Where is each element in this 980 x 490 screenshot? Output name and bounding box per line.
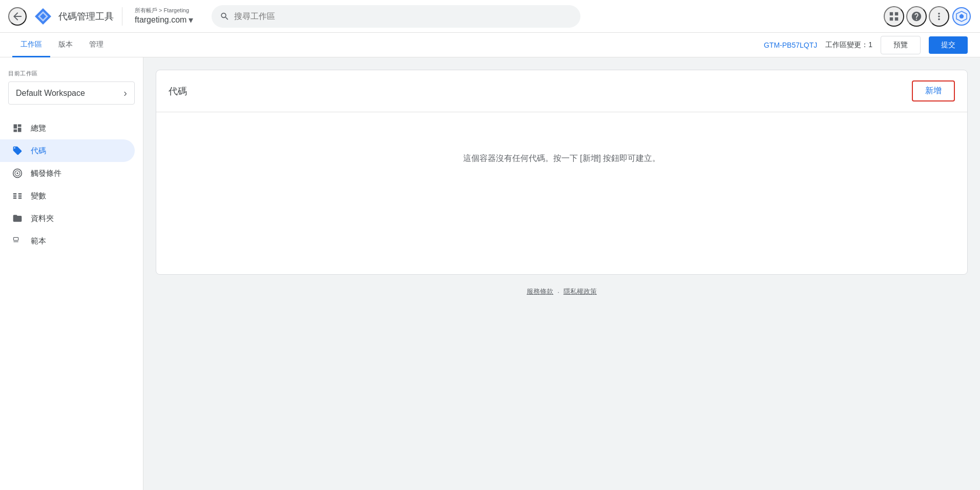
app-title: 代碼管理工具 [58,10,114,23]
header-actions [884,6,972,27]
privacy-link[interactable]: 隱私權政策 [564,287,597,296]
logo-container: 代碼管理工具 [33,6,114,27]
svg-rect-6 [13,193,17,195]
workspace-label: 目前工作區 [8,70,135,77]
svg-point-2 [960,14,964,18]
sidebar-item-templates-label: 範本 [31,236,46,246]
footer: 服務條款 · 隱私權政策 [156,275,968,309]
sidebar: 目前工作區 Default Workspace › 總覽 [0,57,143,490]
gtm-id[interactable]: GTM-PB57LQTJ [764,41,817,49]
triggers-icon [12,168,23,178]
workspace-arrow-icon: › [123,87,127,99]
back-button[interactable] [8,7,27,26]
sidebar-nav: 總覽 代碼 觸發 [0,113,143,490]
tab-workspace[interactable]: 工作區 [12,33,50,57]
main-layout: 目前工作區 Default Workspace › 總覽 [0,57,980,490]
tab-version[interactable]: 版本 [50,33,81,57]
account-name-text: ftargeting.com [135,15,186,25]
variables-icon [12,191,23,201]
footer-separator: · [557,288,559,296]
sub-nav-right: GTM-PB57LQTJ 工作區變更：1 預覽 提交 [764,36,968,54]
account-name-row: ftargeting.com ▾ [135,14,193,26]
search-bar [212,5,580,28]
sidebar-item-triggers[interactable]: 觸發條件 [0,162,135,185]
sidebar-item-overview-label: 總覽 [31,124,46,133]
sidebar-item-tags[interactable]: 代碼 [0,139,135,162]
folders-icon [12,213,23,223]
content-card: 代碼 新增 這個容器沒有任何代碼。按一下 [新增] 按鈕即可建立。 [156,70,968,275]
sidebar-item-variables[interactable]: 變數 [0,185,135,207]
grid-button[interactable] [884,6,904,27]
sidebar-item-templates[interactable]: 範本 [0,230,135,252]
empty-state-message: 這個容器沒有任何代碼。按一下 [新增] 按鈕即可建立。 [463,153,661,164]
svg-point-5 [16,172,18,174]
sidebar-item-variables-label: 變數 [31,191,46,201]
search-icon [220,11,230,22]
workspace-section: 目前工作區 Default Workspace › [0,66,143,113]
preview-button[interactable]: 預覽 [881,36,921,54]
svg-rect-7 [13,195,17,197]
overview-icon [12,123,23,133]
account-breadcrumb: 所有帳戶 > Ftargeting [135,7,193,14]
workspace-name: Default Workspace [16,89,85,98]
svg-rect-10 [18,195,22,197]
content-card-header: 代碼 新增 [156,70,967,112]
workspace-changes: 工作區變更：1 [825,40,872,50]
header-divider [122,7,122,26]
workspace-selector[interactable]: Default Workspace › [8,81,135,105]
search-input[interactable] [234,12,573,21]
submit-button[interactable]: 提交 [929,36,968,54]
page-title: 代碼 [169,85,187,97]
help-button[interactable] [906,6,927,27]
empty-state: 這個容器沒有任何代碼。按一下 [新增] 按鈕即可建立。 [156,112,967,205]
sub-nav: 工作區 版本 管理 GTM-PB57LQTJ 工作區變更：1 預覽 提交 [0,33,980,57]
account-selector[interactable]: 所有帳戶 > Ftargeting ftargeting.com ▾ [131,5,197,28]
top-header: 代碼管理工具 所有帳戶 > Ftargeting ftargeting.com … [0,0,980,33]
sidebar-item-triggers-label: 觸發條件 [31,169,61,178]
tags-icon [12,146,23,156]
account-chevron-icon: ▾ [189,14,193,26]
svg-rect-8 [13,197,17,199]
sidebar-item-folders-label: 資料夾 [31,214,54,223]
svg-rect-11 [18,197,22,199]
avatar-button[interactable] [951,6,972,27]
content-area: 代碼 新增 這個容器沒有任何代碼。按一下 [新增] 按鈕即可建立。 服務條款 ·… [143,57,980,490]
new-button[interactable]: 新增 [912,80,955,101]
sidebar-item-folders[interactable]: 資料夾 [0,207,135,230]
templates-icon [12,236,23,246]
sidebar-item-overview[interactable]: 總覽 [0,117,135,139]
app-logo [33,6,53,27]
sidebar-item-tags-label: 代碼 [31,146,46,156]
terms-link[interactable]: 服務條款 [527,287,553,296]
svg-rect-9 [18,193,22,195]
tab-manage[interactable]: 管理 [81,33,112,57]
more-button[interactable] [929,6,949,27]
